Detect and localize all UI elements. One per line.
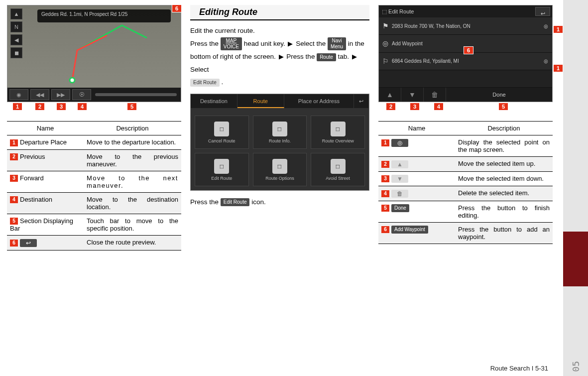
th-desc: Description [84, 122, 181, 135]
row1-name: Departure Place [20, 138, 67, 146]
row5-name: Section Displaying Bar [10, 217, 73, 233]
cell-cancel-route: ⬚Cancel Route [195, 116, 249, 149]
callout-2: 2 [386, 103, 396, 111]
callout-4: 4 [77, 103, 87, 111]
row2-desc: Move to the previous maneuver. [84, 149, 181, 171]
section-slider [95, 93, 177, 96]
txt-1a: Press the [190, 40, 221, 47]
up-icon: ▲ [391, 160, 408, 168]
edit-route-title: Edit Route [388, 8, 414, 14]
locate-icon: ◎ [539, 23, 552, 29]
callout-6: 6 [464, 46, 473, 54]
chapter-sidebar: 05 [563, 0, 588, 376]
column-editing-route: Editing Route Edit the current route. Pr… [190, 5, 369, 251]
locate-icon: ◎ [391, 139, 408, 147]
section-heading: Editing Route [190, 5, 369, 20]
nav-stop-icon: ◼ [10, 47, 22, 58]
key-navi-menu: NaviMenu [328, 37, 346, 50]
txt-1b: head unit key. [244, 40, 287, 47]
tab-back-icon: ↩ [354, 94, 369, 108]
cell-edit-route: ⬚Edit Route [195, 153, 249, 186]
txt-1g: Select [190, 66, 209, 73]
txt-1e: Press the [286, 53, 317, 60]
done-button: Done [446, 88, 552, 102]
route-label-bar: Geddes Rd. 1.1mi, N Prospect Rd 1/25 [37, 9, 171, 22]
key-edit-route: Edit Route [190, 79, 220, 87]
txt-1h: . [221, 78, 223, 86]
row4-name: Destination [20, 196, 52, 203]
row4-num: 4 [10, 196, 18, 203]
list-item: ⚐ 6864 Geddes Rd, Ypsilanti, MI ◎ [379, 53, 552, 70]
nav-n-icon: N [10, 21, 22, 32]
callout-2: 2 [35, 103, 45, 111]
after-shot-text: Press the Edit Route icon. [190, 196, 369, 209]
list-item: ⚑ 2083 Route 700 W, The Nation, ON ◎ [379, 17, 552, 35]
callout-1b: 1 [553, 64, 563, 72]
key-route: Route [317, 53, 336, 61]
callout-1: 1 [12, 103, 22, 111]
down-icon: ▼ [391, 175, 408, 183]
cell-route-overview: ⬚Route Overview [311, 116, 365, 149]
key-map-voice: MAPVOICE [221, 37, 242, 50]
row1-num: 1 [10, 139, 18, 146]
add-waypoint-label: Add Waypoint [391, 226, 428, 234]
map-nav-buttons: ▲ N ◀ ◼ [10, 8, 22, 60]
move-down-icon: ▼ [401, 88, 424, 102]
chapter-number: 05 [571, 357, 581, 376]
txt-1f: tab. [338, 53, 351, 60]
wp-icon: ◎ [379, 39, 392, 47]
locate-icon: ◎ [539, 58, 552, 64]
screenshot-route-preview: ▲ N ◀ ◼ Geddes Rd. 1.1mi, N Prospect Rd … [7, 5, 181, 102]
callout-5: 5 [498, 103, 508, 111]
screenshot-edit-route: ⬚ Edit Route ↩ ⚑ 2083 Route 700 W, The N… [378, 5, 553, 102]
page-footer: Route Search I 5-31 [490, 365, 548, 372]
row3-name: Forward [20, 174, 44, 182]
row6-desc: Close the route preview. [84, 236, 181, 251]
row4-desc: Move to the destination location. [84, 192, 181, 214]
tab-search: Place or Address [284, 94, 354, 108]
bb-end-icon: ⦿ [72, 89, 91, 100]
th-name: Name [378, 122, 455, 135]
cell-avoid-street: ⬚Avoid Street [311, 153, 365, 186]
callout-3: 3 [410, 103, 420, 111]
cell-route-info: ⬚Route Info. [253, 116, 307, 149]
bb-rew-icon: ◀◀ [30, 89, 49, 100]
row3-desc: Move to the next maneuver. [84, 171, 181, 192]
arrow-icon: ▶ [352, 53, 357, 60]
screenshot-route-menu: Destination Route Place or Address ↩ ⬚Ca… [190, 94, 369, 191]
delete-icon: 🗑 [424, 88, 446, 102]
move-up-icon: ▲ [379, 88, 401, 102]
row3-num: 3 [10, 175, 18, 182]
th-name: Name [7, 122, 84, 135]
callout-4: 4 [434, 103, 444, 111]
callout-3: 3 [56, 103, 66, 111]
section-body: Edit the current route. Press the MAPVOI… [190, 24, 369, 89]
edit-route-table: Name Description 1◎ Display the selected… [378, 121, 553, 244]
row6-num: 6 [10, 240, 18, 247]
bb-start-icon: ◉ [9, 89, 28, 100]
edit-line1: Edit the current route. [190, 24, 369, 37]
txt-1c: Select the [296, 40, 328, 47]
preview-bottom-bar: ◉ ◀◀ ▶▶ ⦿ [7, 88, 181, 102]
arrow-icon: ▶ [279, 53, 284, 60]
flag-icon: ⚑ [379, 22, 392, 30]
column-edit-route-screen: ⬚ Edit Route ↩ ⚑ 2083 Route 700 W, The N… [378, 5, 553, 251]
nav-up-icon: ▲ [10, 8, 22, 19]
edit-back-icon: ↩ [535, 7, 550, 16]
nav-left-icon: ◀ [10, 34, 22, 45]
trash-icon: 🗑 [391, 190, 408, 198]
row5-desc: Touch bar to move to the specific positi… [84, 214, 181, 236]
tab-route: Route [237, 94, 284, 108]
tab-destination: Destination [191, 94, 237, 108]
back-icon: ↩ [20, 239, 37, 247]
callout-1a: 1 [553, 25, 563, 33]
row5-num: 5 [10, 218, 18, 225]
callout-5: 5 [127, 103, 137, 111]
row2-num: 2 [10, 153, 18, 160]
arrow-icon: ▶ [288, 40, 293, 47]
row2-name: Previous [20, 153, 45, 160]
route-preview-table: Name Description 1Departure Place Move t… [7, 121, 181, 251]
done-label: Done [391, 204, 409, 212]
th-desc: Description [455, 122, 553, 135]
key-edit-route-2: Edit Route [221, 198, 250, 206]
